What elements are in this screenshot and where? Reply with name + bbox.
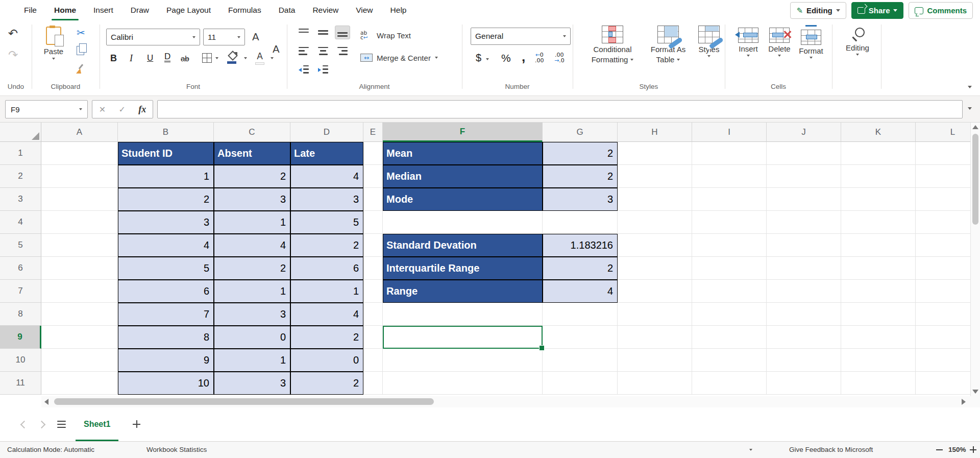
cell-A8[interactable] [41, 303, 118, 326]
delete-cells-button[interactable]: Delete [765, 28, 794, 57]
cell-C5[interactable]: 4 [214, 234, 290, 257]
cell-K7[interactable] [841, 280, 916, 303]
cell-D6[interactable]: 6 [290, 257, 363, 280]
row-header-1[interactable]: 1 [0, 142, 41, 165]
increase-decimal-button[interactable]: .00.0 [554, 52, 565, 63]
editing-group-button[interactable]: Editing [841, 27, 874, 56]
cell-A7[interactable] [41, 280, 118, 303]
cell-B3[interactable]: 2 [118, 188, 214, 211]
cell-E5[interactable] [363, 234, 383, 257]
cell-H9[interactable] [618, 326, 692, 349]
cell-H5[interactable] [618, 234, 692, 257]
cell-A3[interactable] [41, 188, 118, 211]
decrease-decimal-button[interactable]: 0.00 [535, 52, 544, 63]
expand-formula-bar-button[interactable] [968, 107, 972, 110]
cell-E2[interactable] [363, 165, 383, 188]
confirm-entry-button[interactable] [118, 105, 125, 114]
cell-A10[interactable] [41, 349, 118, 372]
align-right-button[interactable] [335, 44, 350, 58]
underline-button[interactable]: U [147, 53, 153, 63]
horizontal-scrollbar[interactable] [41, 396, 980, 407]
format-painter-button[interactable] [76, 64, 85, 76]
fill-color-button[interactable] [226, 51, 238, 64]
cell-A1[interactable] [41, 142, 118, 165]
menu-tab-file[interactable]: File [15, 0, 45, 20]
cell-C9[interactable]: 0 [214, 326, 290, 349]
cell-K4[interactable] [841, 211, 916, 234]
row-header-7[interactable]: 7 [0, 280, 41, 303]
cell-I8[interactable] [692, 303, 767, 326]
name-box[interactable]: F9 [5, 100, 88, 118]
cell-B5[interactable]: 4 [118, 234, 214, 257]
cell-G10[interactable] [543, 349, 618, 372]
cell-H8[interactable] [618, 303, 692, 326]
zoom-out-button[interactable] [936, 449, 943, 450]
cell-styles-button[interactable]: Styles [694, 26, 724, 57]
cell-G5[interactable]: 1.183216 [543, 234, 618, 257]
currency-dropdown[interactable] [486, 58, 489, 60]
cell-F1[interactable]: Mean [383, 142, 543, 165]
column-header-E[interactable]: E [363, 123, 383, 142]
decrease-indent-button[interactable] [296, 62, 311, 76]
borders-button[interactable] [202, 53, 212, 65]
cell-D5[interactable]: 2 [290, 234, 363, 257]
cell-C4[interactable]: 1 [214, 211, 290, 234]
cell-F5[interactable]: Standard Devation [383, 234, 543, 257]
scroll-left-arrow[interactable] [44, 399, 48, 405]
cell-D1[interactable]: Late [290, 142, 363, 165]
row-header-9[interactable]: 9 [0, 326, 41, 349]
menu-tab-formulas[interactable]: Formulas [219, 0, 270, 20]
align-top-button[interactable] [296, 26, 311, 39]
menu-tab-data[interactable]: Data [270, 0, 304, 20]
cell-G8[interactable] [543, 303, 618, 326]
column-header-D[interactable]: D [290, 123, 363, 142]
cell-B10[interactable]: 9 [118, 349, 214, 372]
cell-H2[interactable] [618, 165, 692, 188]
cell-J2[interactable] [767, 165, 841, 188]
cell-C3[interactable]: 3 [214, 188, 290, 211]
cell-C8[interactable]: 3 [214, 303, 290, 326]
cell-J9[interactable] [767, 326, 841, 349]
cell-K8[interactable] [841, 303, 916, 326]
cell-A5[interactable] [41, 234, 118, 257]
cell-A2[interactable] [41, 165, 118, 188]
redo-button[interactable] [8, 48, 18, 61]
cell-J6[interactable] [767, 257, 841, 280]
feedback-link[interactable]: Give Feedback to Microsoft [789, 446, 873, 453]
insert-cells-button[interactable]: Insert [734, 28, 763, 57]
sheet-tab-sheet1[interactable]: Sheet1 [76, 408, 118, 441]
cell-K6[interactable] [841, 257, 916, 280]
cell-I11[interactable] [692, 372, 767, 395]
cut-button[interactable] [77, 27, 85, 39]
cell-C11[interactable]: 3 [214, 372, 290, 395]
format-cells-button[interactable]: Format [796, 28, 826, 59]
currency-button[interactable]: $ [476, 52, 481, 64]
cell-H4[interactable] [618, 211, 692, 234]
add-sheet-button[interactable] [133, 420, 140, 428]
cell-G9[interactable] [543, 326, 618, 349]
cell-G2[interactable]: 2 [543, 165, 618, 188]
status-bar-options-chevron[interactable] [749, 449, 752, 451]
cell-C10[interactable]: 1 [214, 349, 290, 372]
cell-I9[interactable] [692, 326, 767, 349]
cell-J11[interactable] [767, 372, 841, 395]
paste-button[interactable]: Paste [38, 27, 69, 60]
undo-button[interactable] [8, 27, 18, 40]
cell-G1[interactable]: 2 [543, 142, 618, 165]
cell-J4[interactable] [767, 211, 841, 234]
row-header-8[interactable]: 8 [0, 303, 41, 326]
cell-J5[interactable] [767, 234, 841, 257]
row-header-5[interactable]: 5 [0, 234, 41, 257]
borders-dropdown[interactable] [215, 57, 218, 59]
menu-tab-insert[interactable]: Insert [85, 0, 122, 20]
align-bottom-button[interactable] [335, 26, 350, 39]
cell-I3[interactable] [692, 188, 767, 211]
menu-tab-help[interactable]: Help [382, 0, 415, 20]
cell-F8[interactable] [383, 303, 543, 326]
italic-button[interactable]: I [130, 53, 133, 64]
insert-function-button[interactable]: fx [138, 104, 146, 115]
column-header-J[interactable]: J [767, 123, 841, 142]
collapse-ribbon-button[interactable] [968, 86, 972, 88]
comma-button[interactable]: , [522, 49, 525, 65]
cell-B9[interactable]: 8 [118, 326, 214, 349]
